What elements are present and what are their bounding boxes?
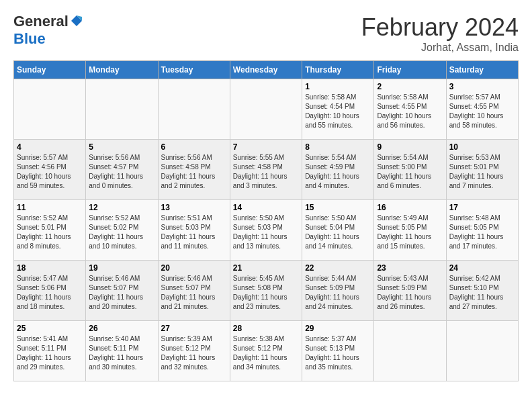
page-header: General Blue February 2024 Jorhat, Assam… (13, 13, 519, 54)
header-saturday: Saturday (446, 61, 518, 79)
day-number: 26 (89, 324, 154, 333)
calendar-table: SundayMondayTuesdayWednesdayThursdayFrid… (13, 60, 519, 381)
day-info: Sunrise: 5:46 AMSunset: 5:07 PMDaylight:… (89, 274, 154, 312)
calendar-cell: 23Sunrise: 5:43 AMSunset: 5:09 PMDayligh… (374, 261, 446, 321)
calendar-cell: 22Sunrise: 5:44 AMSunset: 5:09 PMDayligh… (302, 261, 374, 321)
calendar-cell: 17Sunrise: 5:48 AMSunset: 5:05 PMDayligh… (446, 200, 518, 261)
day-number: 8 (305, 142, 371, 152)
calendar-cell (86, 79, 158, 140)
day-info: Sunrise: 5:37 AMSunset: 5:13 PMDaylight:… (305, 334, 371, 372)
day-info: Sunrise: 5:45 AMSunset: 5:08 PMDaylight:… (233, 274, 299, 312)
calendar-cell: 20Sunrise: 5:46 AMSunset: 5:07 PMDayligh… (158, 261, 230, 321)
day-info: Sunrise: 5:56 AMSunset: 4:57 PMDaylight:… (89, 153, 154, 191)
day-number: 10 (449, 142, 515, 152)
calendar-cell: 28Sunrise: 5:38 AMSunset: 5:12 PMDayligh… (230, 321, 302, 381)
calendar-cell: 11Sunrise: 5:52 AMSunset: 5:01 PMDayligh… (14, 200, 86, 261)
day-info: Sunrise: 5:56 AMSunset: 4:58 PMDaylight:… (161, 153, 227, 191)
day-number: 25 (17, 324, 83, 333)
month-title: February 2024 (361, 13, 519, 42)
calendar-cell: 29Sunrise: 5:37 AMSunset: 5:13 PMDayligh… (302, 321, 374, 381)
calendar-cell: 12Sunrise: 5:52 AMSunset: 5:02 PMDayligh… (86, 200, 158, 261)
day-info: Sunrise: 5:52 AMSunset: 5:02 PMDaylight:… (89, 214, 154, 251)
day-info: Sunrise: 5:57 AMSunset: 4:56 PMDaylight:… (17, 153, 83, 191)
day-number: 9 (377, 142, 443, 152)
calendar-cell (230, 79, 302, 140)
day-info: Sunrise: 5:52 AMSunset: 5:01 PMDaylight:… (17, 214, 83, 251)
day-number: 19 (89, 263, 154, 273)
calendar-cell: 5Sunrise: 5:56 AMSunset: 4:57 PMDaylight… (86, 140, 158, 200)
day-info: Sunrise: 5:43 AMSunset: 5:09 PMDaylight:… (377, 274, 443, 312)
logo-blue: Blue (13, 30, 46, 47)
calendar-cell: 21Sunrise: 5:45 AMSunset: 5:08 PMDayligh… (230, 261, 302, 321)
calendar-cell (14, 79, 86, 140)
day-info: Sunrise: 5:54 AMSunset: 5:00 PMDaylight:… (377, 153, 443, 191)
calendar-week-5: 25Sunrise: 5:41 AMSunset: 5:11 PMDayligh… (14, 321, 519, 381)
logo-general: General (13, 13, 69, 30)
day-info: Sunrise: 5:44 AMSunset: 5:09 PMDaylight:… (305, 274, 371, 312)
day-number: 12 (89, 203, 154, 212)
day-number: 24 (449, 263, 515, 273)
calendar-cell (446, 321, 518, 381)
day-number: 22 (305, 263, 371, 273)
day-number: 7 (233, 142, 299, 152)
logo: General Blue (13, 13, 85, 47)
day-info: Sunrise: 5:39 AMSunset: 5:12 PMDaylight:… (161, 334, 227, 372)
day-info: Sunrise: 5:51 AMSunset: 5:03 PMDaylight:… (161, 214, 227, 251)
day-info: Sunrise: 5:47 AMSunset: 5:06 PMDaylight:… (17, 274, 83, 312)
calendar-cell: 10Sunrise: 5:53 AMSunset: 5:01 PMDayligh… (446, 140, 518, 200)
day-number: 28 (233, 324, 299, 333)
day-info: Sunrise: 5:38 AMSunset: 5:12 PMDaylight:… (233, 334, 299, 372)
day-info: Sunrise: 5:57 AMSunset: 4:55 PMDaylight:… (449, 93, 515, 130)
calendar-cell: 9Sunrise: 5:54 AMSunset: 5:00 PMDaylight… (374, 140, 446, 200)
calendar-cell: 2Sunrise: 5:58 AMSunset: 4:55 PMDaylight… (374, 79, 446, 140)
day-info: Sunrise: 5:50 AMSunset: 5:04 PMDaylight:… (305, 214, 371, 251)
calendar-cell: 27Sunrise: 5:39 AMSunset: 5:12 PMDayligh… (158, 321, 230, 381)
header-thursday: Thursday (302, 61, 374, 79)
calendar-cell: 18Sunrise: 5:47 AMSunset: 5:06 PMDayligh… (14, 261, 86, 321)
day-info: Sunrise: 5:58 AMSunset: 4:55 PMDaylight:… (377, 93, 443, 130)
header-monday: Monday (86, 61, 158, 79)
day-number: 13 (161, 203, 227, 212)
day-number: 21 (233, 263, 299, 273)
calendar-cell (374, 321, 446, 381)
day-info: Sunrise: 5:41 AMSunset: 5:11 PMDaylight:… (17, 334, 83, 372)
calendar-cell: 3Sunrise: 5:57 AMSunset: 4:55 PMDaylight… (446, 79, 518, 140)
calendar-cell: 4Sunrise: 5:57 AMSunset: 4:56 PMDaylight… (14, 140, 86, 200)
day-info: Sunrise: 5:55 AMSunset: 4:58 PMDaylight:… (233, 153, 299, 191)
calendar-cell: 6Sunrise: 5:56 AMSunset: 4:58 PMDaylight… (158, 140, 230, 200)
day-info: Sunrise: 5:42 AMSunset: 5:10 PMDaylight:… (449, 274, 515, 312)
calendar-cell: 16Sunrise: 5:49 AMSunset: 5:05 PMDayligh… (374, 200, 446, 261)
day-number: 23 (377, 263, 443, 273)
header-tuesday: Tuesday (158, 61, 230, 79)
day-info: Sunrise: 5:48 AMSunset: 5:05 PMDaylight:… (449, 214, 515, 251)
day-number: 11 (17, 203, 83, 212)
day-number: 6 (161, 142, 227, 152)
day-info: Sunrise: 5:54 AMSunset: 4:59 PMDaylight:… (305, 153, 371, 191)
calendar-week-1: 1Sunrise: 5:58 AMSunset: 4:54 PMDaylight… (14, 79, 519, 140)
day-info: Sunrise: 5:53 AMSunset: 5:01 PMDaylight:… (449, 153, 515, 191)
day-number: 2 (377, 82, 443, 91)
day-info: Sunrise: 5:40 AMSunset: 5:11 PMDaylight:… (89, 334, 154, 372)
day-number: 17 (449, 203, 515, 212)
day-number: 16 (377, 203, 443, 212)
header-sunday: Sunday (14, 61, 86, 79)
day-number: 27 (161, 324, 227, 333)
header-friday: Friday (374, 61, 446, 79)
calendar-cell: 8Sunrise: 5:54 AMSunset: 4:59 PMDaylight… (302, 140, 374, 200)
day-info: Sunrise: 5:50 AMSunset: 5:03 PMDaylight:… (233, 214, 299, 251)
day-number: 14 (233, 203, 299, 212)
title-block: February 2024 Jorhat, Assam, India (361, 13, 519, 54)
day-number: 4 (17, 142, 83, 152)
day-info: Sunrise: 5:46 AMSunset: 5:07 PMDaylight:… (161, 274, 227, 312)
day-info: Sunrise: 5:49 AMSunset: 5:05 PMDaylight:… (377, 214, 443, 251)
location: Jorhat, Assam, India (361, 42, 519, 54)
day-number: 1 (305, 82, 371, 91)
day-number: 5 (89, 142, 154, 152)
calendar-cell: 25Sunrise: 5:41 AMSunset: 5:11 PMDayligh… (14, 321, 86, 381)
day-number: 29 (305, 324, 371, 333)
calendar-cell: 19Sunrise: 5:46 AMSunset: 5:07 PMDayligh… (86, 261, 158, 321)
calendar-cell: 7Sunrise: 5:55 AMSunset: 4:58 PMDaylight… (230, 140, 302, 200)
logo-icon (70, 14, 83, 31)
day-info: Sunrise: 5:58 AMSunset: 4:54 PMDaylight:… (305, 93, 371, 130)
calendar-week-2: 4Sunrise: 5:57 AMSunset: 4:56 PMDaylight… (14, 140, 519, 200)
